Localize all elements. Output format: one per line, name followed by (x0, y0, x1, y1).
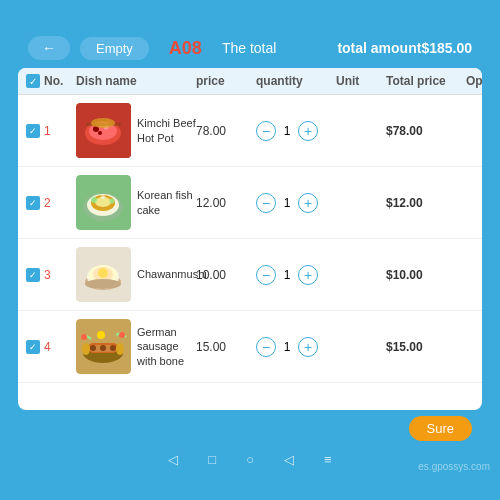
tablet-frame: ← Empty A08 The total total amount$185.0… (10, 20, 490, 480)
row-4-price: 15.00 (196, 340, 256, 354)
row-3-total-price: $10.00 (386, 268, 466, 282)
table-row: ✓ 1 (18, 95, 482, 167)
food-2-svg (76, 175, 131, 230)
svg-point-13 (91, 197, 97, 203)
svg-point-7 (91, 118, 115, 128)
col-header-operate: Operate (466, 74, 482, 88)
col-header-dish-name: Dish name (76, 74, 196, 88)
table-header: ✓ No. Dish name price quantity Unit Tota… (18, 68, 482, 95)
row-3-number: 3 (44, 268, 51, 282)
col-header-total-price: Total price (386, 74, 466, 88)
svg-point-30 (82, 343, 90, 355)
table-body: ✓ 1 (18, 95, 482, 410)
empty-button[interactable]: Empty (80, 37, 149, 60)
sure-button[interactable]: Sure (409, 416, 472, 441)
row-1-minus-btn[interactable]: − (256, 121, 276, 141)
svg-point-31 (116, 343, 124, 355)
row-3-qty-value: 1 (280, 268, 294, 282)
col-header-quantity: quantity (256, 74, 336, 88)
col-header-no: No. (44, 74, 63, 88)
row-4-dish-name: German sausage with bone (137, 325, 196, 368)
col-header-price: price (196, 74, 256, 88)
nav-triangle-icon[interactable]: ◁ (284, 452, 294, 467)
row-3-check: ✓ 3 (26, 268, 76, 282)
row-2-plus-btn[interactable]: + (298, 193, 318, 213)
svg-point-32 (81, 334, 87, 340)
row-2-dish-name: Korean fish cake (137, 188, 196, 217)
svg-point-28 (100, 345, 106, 351)
row-2-number: 2 (44, 196, 51, 210)
food-3-svg (76, 247, 131, 302)
row-3-dish-cell: Chawanmushi (76, 247, 196, 302)
nav-bar: ◁ □ ○ ◁ ≡ (18, 446, 482, 472)
svg-point-22 (85, 279, 121, 289)
row-3-food-image (76, 247, 131, 302)
back-button[interactable]: ← (28, 36, 70, 60)
row-2-dish-cell: Korean fish cake (76, 175, 196, 230)
row-2-food-image (76, 175, 131, 230)
row-4-dish-cell: German sausage with bone (76, 319, 196, 374)
row-2-quantity-cell: − 1 + (256, 193, 336, 213)
row-3-minus-btn[interactable]: − (256, 265, 276, 285)
food-1-svg (76, 103, 131, 158)
row-4-total-price: $15.00 (386, 340, 466, 354)
table-row: ✓ 4 (18, 311, 482, 383)
table-id-label: A08 (169, 38, 202, 59)
row-4-check: ✓ 4 (26, 340, 76, 354)
row-1-dish-name: Kimchi Beef Hot Pot (137, 116, 196, 145)
svg-point-34 (97, 331, 105, 339)
total-amount-label: total amount$185.00 (337, 40, 472, 56)
row-1-price: 78.00 (196, 124, 256, 138)
row-1-operate-cell: ✎ (466, 121, 482, 140)
food-4-svg (76, 319, 131, 374)
row-1-dish-cell: Kimchi Beef Hot Pot (76, 103, 196, 158)
table-row: ✓ 2 (18, 167, 482, 239)
svg-point-33 (119, 332, 125, 338)
bottom-bar: Sure (18, 410, 482, 446)
col-header-unit: Unit (336, 74, 386, 88)
row-1-total-price: $78.00 (386, 124, 466, 138)
row-3-plus-btn[interactable]: + (298, 265, 318, 285)
row-3-price: 10.00 (196, 268, 256, 282)
row-4-food-image (76, 319, 131, 374)
row-4-quantity-cell: − 1 + (256, 337, 336, 357)
content-area: ✓ No. Dish name price quantity Unit Tota… (18, 68, 482, 410)
row-2-price: 12.00 (196, 196, 256, 210)
row-2-operate-cell: ✎ (466, 193, 482, 212)
row-1-qty-value: 1 (280, 124, 294, 138)
row-4-operate-cell: ✎ (466, 337, 482, 356)
svg-point-29 (110, 345, 116, 351)
svg-point-14 (110, 199, 115, 204)
nav-circle-icon[interactable]: ○ (246, 452, 254, 467)
row-4-minus-btn[interactable]: − (256, 337, 276, 357)
row-4-checkbox[interactable]: ✓ (26, 340, 40, 354)
row-2-qty-value: 1 (280, 196, 294, 210)
select-all-checkbox[interactable]: ✓ (26, 74, 40, 88)
top-bar: ← Empty A08 The total total amount$185.0… (18, 28, 482, 68)
row-1-food-image (76, 103, 131, 158)
row-3-checkbox[interactable]: ✓ (26, 268, 40, 282)
nav-square-icon[interactable]: □ (208, 452, 216, 467)
row-2-total-price: $12.00 (386, 196, 466, 210)
row-1-plus-btn[interactable]: + (298, 121, 318, 141)
nav-menu-icon[interactable]: ≡ (324, 452, 332, 467)
row-1-checkbox[interactable]: ✓ (26, 124, 40, 138)
row-1-number: 1 (44, 124, 51, 138)
table-row: ✓ 3 (18, 239, 482, 311)
svg-point-5 (98, 131, 102, 135)
back-arrow-icon: ← (42, 40, 56, 56)
row-4-number: 4 (44, 340, 51, 354)
row-2-check: ✓ 2 (26, 196, 76, 210)
row-1-quantity-cell: − 1 + (256, 121, 336, 141)
svg-point-15 (101, 195, 105, 199)
row-2-minus-btn[interactable]: − (256, 193, 276, 213)
row-2-checkbox[interactable]: ✓ (26, 196, 40, 210)
row-3-quantity-cell: − 1 + (256, 265, 336, 285)
svg-point-27 (90, 345, 96, 351)
total-label: The total (222, 40, 276, 56)
header-checkbox-cell: ✓ No. (26, 74, 76, 88)
watermark: es.gpossys.com (418, 461, 490, 472)
nav-back-icon[interactable]: ◁ (168, 452, 178, 467)
outer-container: ← Empty A08 The total total amount$185.0… (0, 0, 500, 500)
row-4-plus-btn[interactable]: + (298, 337, 318, 357)
